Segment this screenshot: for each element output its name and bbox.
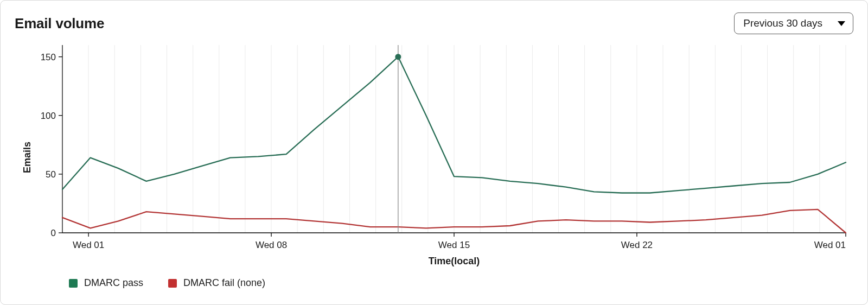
legend-swatch-pass (69, 279, 78, 288)
legend-swatch-fail (168, 279, 177, 288)
email-volume-card: Email volume Previous 30 days Emails 050… (0, 0, 868, 305)
line-chart[interactable]: 050100150Wed 01Wed 08Wed 15Wed 22Wed 01T… (15, 41, 853, 274)
legend: DMARC pass DMARC fail (none) (15, 277, 853, 289)
x-tick-label: Wed 08 (256, 240, 287, 250)
y-tick-label: 150 (41, 52, 56, 62)
y-tick-label: 0 (51, 228, 56, 238)
legend-label: DMARC fail (none) (183, 277, 265, 289)
date-range-select[interactable]: Previous 30 days (734, 12, 853, 34)
card-header: Email volume Previous 30 days (15, 12, 853, 34)
card-title: Email volume (15, 15, 104, 32)
date-range-label: Previous 30 days (743, 17, 822, 29)
y-tick-label: 100 (41, 111, 56, 121)
x-axis-title: Time(local) (429, 256, 480, 266)
chart-area: Emails 050100150Wed 01Wed 08Wed 15Wed 22… (15, 41, 853, 274)
x-tick-label: Wed 22 (621, 240, 653, 250)
legend-item-pass[interactable]: DMARC pass (69, 277, 143, 289)
chevron-down-icon (838, 21, 845, 26)
x-tick-label: Wed 01 (814, 240, 846, 250)
legend-label: DMARC pass (84, 277, 143, 289)
y-tick-label: 50 (46, 169, 56, 180)
legend-item-fail[interactable]: DMARC fail (none) (168, 277, 265, 289)
x-tick-label: Wed 01 (73, 240, 104, 250)
y-axis-title: Emails (22, 142, 33, 173)
x-tick-label: Wed 15 (438, 240, 470, 250)
highlight-point (395, 54, 401, 60)
